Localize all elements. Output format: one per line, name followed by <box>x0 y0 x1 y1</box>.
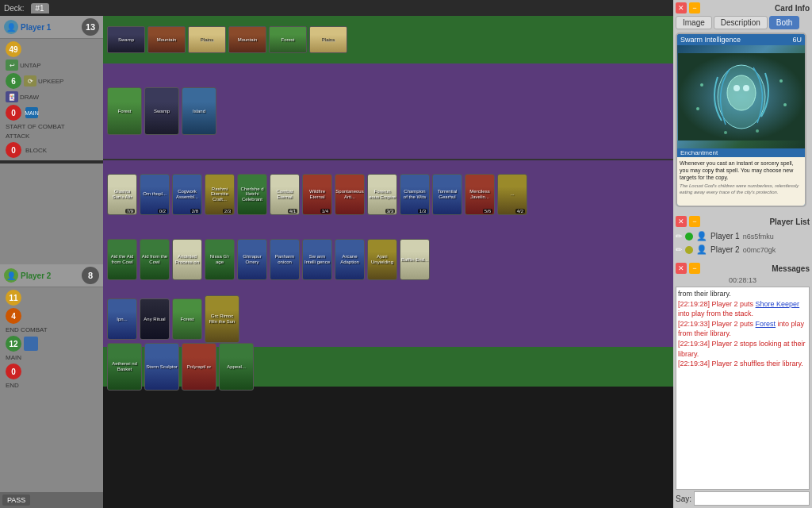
p2-creature-6[interactable]: Combat Eternal 4/1 <box>270 174 300 215</box>
p1-phase-upkeep[interactable]: ⟳ UPKEEP <box>24 75 63 87</box>
player1-name: Player 1 <box>21 23 51 32</box>
p2-main2[interactable]: MAIN <box>3 353 100 362</box>
p1-counter-yellow-circle: 49 <box>6 41 21 57</box>
p2-bottom-4[interactable]: Appeal... <box>219 343 254 391</box>
p2-creature-9[interactable]: Forerun eous Empire 3/3 <box>367 174 397 215</box>
p1-counter-red1-circle: 0 <box>6 142 21 158</box>
p1-phase-draw[interactable]: 🃏 DRAW <box>3 90 100 103</box>
p2-perm-r3-1[interactable]: Ipn... <box>107 298 137 340</box>
player2-list-name: Player 2 <box>710 245 740 254</box>
p2-perm-6[interactable]: Panharm onicon <box>270 239 300 280</box>
p2-creature-12[interactable]: Merciless Javelin... 5/6 <box>465 174 495 215</box>
p1-attack[interactable]: ATTACK <box>3 132 100 140</box>
p2-perm-r3-3[interactable]: Forest <box>172 298 202 340</box>
p2-creature-7[interactable]: Wildfire Eternal 1/4 <box>302 174 332 215</box>
land-swamp[interactable]: Swamp <box>107 26 145 53</box>
p1-counter-red0: 0 MAIN <box>3 104 100 121</box>
player2-avatar: 👤 <box>4 268 18 283</box>
p1-start-combat[interactable]: START OF COMBAT <box>3 122 100 131</box>
p2-end-combat[interactable]: END COMBAT <box>3 325 100 334</box>
p2-creature-10[interactable]: Champion of the Wits 1/3 <box>400 174 430 215</box>
land-forest[interactable]: Forest <box>269 26 307 53</box>
msg-1-link: Shore Keeper <box>756 300 800 308</box>
untap-icon: ↩ <box>6 60 18 71</box>
card-text-display: Whenever you cast an instant or sorcery … <box>677 157 805 207</box>
p2-perm-9[interactable]: Ajani Unyielding <box>367 239 397 280</box>
p2-perm-1[interactable]: Aid the Aid from Cowl <box>107 239 137 280</box>
p2-perm-8[interactable]: Arcane Adaption <box>335 239 365 280</box>
card-flavor-text: The Locust God's children were numberles… <box>680 183 802 196</box>
card-rules-text: Whenever you cast an instant or sorcery … <box>680 160 794 180</box>
battlefield: Swamp Mountain Plains Mountain Forest Pl… <box>103 16 673 508</box>
player1-counters: 49 ↩ UNTAP 6 ⟳ UPKEEP 🃏 <box>0 39 103 160</box>
player-row-2: ✏ 👤 Player 2 o0mc70gk <box>676 243 810 256</box>
p2-perm-2[interactable]: Aid from the Cowl <box>140 239 170 280</box>
p2-creature-13[interactable]: ... 4/2 <box>497 174 527 215</box>
messages-close[interactable]: ✕ <box>676 263 687 274</box>
land-plains[interactable]: Plains <box>188 26 226 53</box>
p2-creature-4[interactable]: Rashmi Eternitie Craft... 2/3 <box>205 174 235 215</box>
p2-creature-2[interactable]: Orn thopl... 0/2 <box>140 174 170 215</box>
say-input[interactable] <box>694 491 810 506</box>
land-mountain[interactable]: Mountain <box>147 26 186 53</box>
p2-bottom-1[interactable]: Aetherwi nd Basket <box>107 343 142 391</box>
untap-label: UNTAP <box>20 62 41 69</box>
messages-header: ✕ − Messages <box>676 263 810 274</box>
block-label: BLOCK <box>25 147 47 154</box>
p1-phase-untap[interactable]: ↩ UNTAP <box>3 59 100 71</box>
p2-creature-3[interactable]: Cogwork Assembl... 2/8 <box>172 174 202 215</box>
close-button[interactable]: ✕ <box>676 2 687 13</box>
land-plains2[interactable]: Plains <box>309 26 347 53</box>
player1-list-name: Player 1 <box>710 232 740 241</box>
player-list-minimize[interactable]: − <box>689 216 700 227</box>
p2-creature-11[interactable]: Torrential Gearhul <box>432 174 462 215</box>
p1-pencil-icon[interactable]: ✏ <box>676 232 682 241</box>
p1-card-forest[interactable]: Forest <box>107 87 142 135</box>
minimize-button[interactable]: − <box>689 2 700 13</box>
p2-perm-4[interactable]: Nissa G'r age <box>205 239 235 280</box>
p2-counter-red: 0 <box>3 363 100 380</box>
player2-life: 8 <box>82 267 99 284</box>
p1-counter-green-circle: 6 <box>6 73 21 89</box>
card-info-header: ✕ − Card Info <box>676 2 810 13</box>
p2-creature-1[interactable]: Glashta Sun's Altr 7/9 <box>107 174 137 215</box>
p2-perm-r3-2[interactable]: Any Ritual <box>140 298 170 340</box>
tab-both[interactable]: Both <box>769 16 800 29</box>
deck-label: Deck: <box>4 4 25 13</box>
land-mountain2[interactable]: Mountain <box>228 26 266 53</box>
p2-bottom-3[interactable]: Polyraptl or <box>182 343 216 391</box>
player2-icon: 👤 <box>696 244 707 255</box>
p2-perm-7[interactable]: Sw arm Intelli gence <box>302 239 332 280</box>
p2-counter-red-circle: 0 <box>6 364 21 379</box>
p1-counter-red0-circle: 0 <box>6 105 21 121</box>
messages-log[interactable]: from their library. [22:19:28] Player 2 … <box>676 287 810 490</box>
card-display-title: Swarm Intelligence 6U <box>677 34 805 45</box>
player-list-panel: ✕ − Player List ✏ 👤 Player 1 n6s5fmku ✏ … <box>673 214 812 259</box>
p2-perm-10[interactable]: Bafflin End... <box>400 239 430 280</box>
p2-perm-r3-4[interactable]: Grc Rimoc Riln the Sun <box>205 295 239 343</box>
p2-pencil-icon[interactable]: ✏ <box>676 245 682 254</box>
p2-perm-3[interactable]: Anointed Process on <box>172 239 202 280</box>
card-display-area[interactable]: Swarm Intelligence 6U <box>676 33 806 207</box>
p2-creature-5[interactable]: Cherlshe d Hatchi Celebrant <box>237 174 267 215</box>
p2-creature-8[interactable]: Spontaneous Arti... <box>335 174 365 215</box>
p1-card-swamp[interactable]: Swamp <box>144 87 179 135</box>
p1-card-island[interactable]: Island <box>182 87 216 135</box>
svg-point-3 <box>733 85 740 91</box>
tab-image[interactable]: Image <box>676 16 712 29</box>
p2-end[interactable]: END <box>3 381 100 390</box>
player1-battlefield: Forest Swamp Island <box>103 64 673 159</box>
upkeep-label: UPKEEP <box>38 78 63 85</box>
player2-battlefield-row1: Glashta Sun's Altr 7/9 Orn thopl... 0/2 … <box>103 160 673 228</box>
tab-description[interactable]: Description <box>714 16 768 29</box>
say-label: Say: <box>676 495 691 503</box>
messages-minimize[interactable]: − <box>689 263 700 274</box>
deck-tab-1[interactable]: #1 <box>31 3 49 13</box>
main1-icon: MAIN <box>25 107 38 118</box>
p2-perm-5[interactable]: Ghirapur Orrery <box>237 239 267 280</box>
pass-button[interactable]: PASS <box>2 495 30 506</box>
player-list-close[interactable]: ✕ <box>676 216 687 227</box>
p2-counter-yellow-circle: 11 <box>6 290 21 306</box>
p2-bottom-2[interactable]: Storm Sculptor <box>144 343 179 391</box>
window-controls: ✕ − <box>676 2 700 13</box>
